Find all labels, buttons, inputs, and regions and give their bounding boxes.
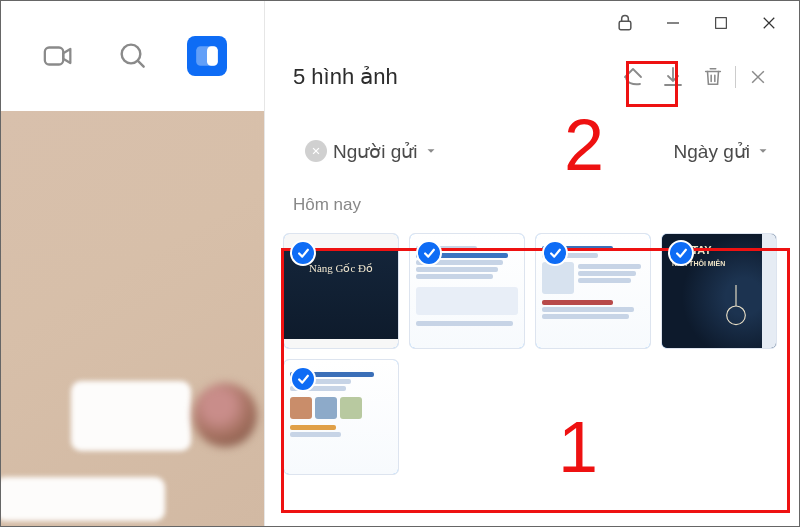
minimize-button[interactable] [650,3,696,43]
filter-date[interactable]: Ngày gửi [674,140,770,163]
check-icon [416,240,442,266]
media-panel: 5 hình ảnh Người gửi Ngày gửi Hôm nay [264,1,800,526]
svg-rect-0 [44,48,62,65]
download-button[interactable] [653,57,693,97]
svg-point-6 [727,306,746,325]
video-icon[interactable] [39,36,79,76]
thumbnail[interactable] [283,359,399,475]
filter-date-label: Ngày gửi [674,140,750,163]
filter-sender-label: Người gửi [333,140,418,163]
chat-bubble [0,477,165,521]
thumbnail[interactable] [409,233,525,349]
image-gallery: Nàng Gốc Đồ [265,225,800,483]
chat-background [1,111,264,526]
chevron-down-icon [756,144,770,158]
filter-row: Người gửi Ngày gửi [265,109,800,193]
svg-rect-5 [716,18,727,29]
media-header: 5 hình ảnh [265,45,800,109]
thumbnail[interactable]: Nàng Gốc Đồ [283,233,399,349]
check-icon [542,240,568,266]
thumbnail[interactable]: SỐ TAYNHÀ THÔI MIÊN [661,233,777,349]
close-panel-button[interactable] [738,57,778,97]
delete-button[interactable] [693,57,733,97]
check-icon [290,240,316,266]
window-close-button[interactable] [746,3,792,43]
avatar [193,383,257,447]
share-button[interactable] [613,57,653,97]
thumbnail[interactable] [535,233,651,349]
search-icon[interactable] [113,36,153,76]
check-icon [290,366,316,392]
check-icon [668,240,694,266]
filter-sender[interactable]: Người gửi [305,140,438,163]
svg-rect-4 [619,21,631,29]
chat-sidebar [1,1,264,526]
lock-icon[interactable] [602,3,648,43]
window-titlebar [265,1,800,45]
clear-filter-icon[interactable] [305,140,327,162]
chat-bubble [71,381,191,451]
chevron-down-icon [424,144,438,158]
panel-toggle-icon[interactable] [187,36,227,76]
section-today-label: Hôm nay [265,193,800,225]
svg-rect-3 [207,46,218,66]
sidebar-toolbar [1,1,264,111]
maximize-button[interactable] [698,3,744,43]
media-count-title: 5 hình ảnh [293,64,613,90]
separator [735,66,736,88]
